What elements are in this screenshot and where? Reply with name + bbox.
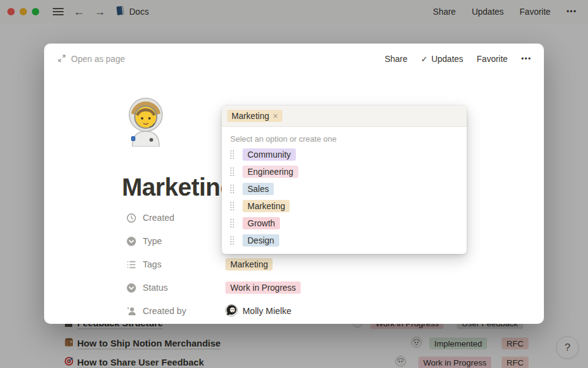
- tag-option-marketing[interactable]: Marketing: [222, 197, 467, 215]
- property-type[interactable]: Type: [126, 229, 186, 253]
- page-icon-woman-astronaut[interactable]: [126, 96, 165, 149]
- tag-picker-input[interactable]: Marketing ×: [222, 105, 467, 127]
- open-as-page-label: Open as page: [71, 54, 125, 64]
- status-value[interactable]: Work in Progress: [225, 276, 301, 299]
- drag-handle-icon[interactable]: [230, 185, 235, 194]
- tags-value[interactable]: Marketing: [225, 253, 301, 276]
- check-icon: ✓: [421, 55, 428, 64]
- property-label: Status: [143, 283, 168, 293]
- property-label: Created: [143, 213, 175, 223]
- drag-handle-icon[interactable]: [230, 150, 235, 159]
- selected-tag-chip[interactable]: Marketing ×: [227, 110, 282, 122]
- property-created[interactable]: Created: [126, 206, 186, 229]
- open-as-page-button[interactable]: Open as page: [58, 54, 125, 64]
- modal-updates-button[interactable]: ✓ Updates: [421, 54, 463, 64]
- selected-tag-label: Marketing: [232, 111, 269, 121]
- created-by-name: Molly Mielke: [243, 306, 292, 316]
- tag-picker-dropdown: Marketing × Select an option or create o…: [222, 105, 467, 254]
- modal-updates-label: Updates: [431, 54, 463, 64]
- property-status[interactable]: Status: [126, 276, 186, 299]
- tag-chip[interactable]: Growth: [243, 217, 280, 229]
- tag-option-design[interactable]: Design: [222, 232, 467, 249]
- select-circle-icon: [126, 283, 137, 293]
- select-circle-icon: [126, 236, 137, 247]
- expand-diagonal-icon: [58, 54, 66, 64]
- modal-favorite-button[interactable]: Favorite: [477, 54, 508, 64]
- tag-option-growth[interactable]: Growth: [222, 215, 467, 232]
- property-label: Created by: [143, 306, 186, 316]
- status-chip-work-in-progress[interactable]: Work in Progress: [225, 282, 301, 294]
- property-label: Tags: [143, 259, 162, 269]
- property-label: Type: [143, 236, 162, 246]
- person-icon: [126, 306, 137, 316]
- tag-chip[interactable]: Community: [243, 148, 296, 161]
- modal-header: Open as page Share ✓ Updates Favorite ••…: [44, 44, 544, 74]
- molly-avatar: [225, 304, 238, 318]
- tag-picker-hint: Select an option or create one: [230, 134, 458, 144]
- page-title[interactable]: Marketing: [122, 174, 235, 201]
- tag-chip[interactable]: Design: [243, 234, 279, 247]
- remove-tag-icon[interactable]: ×: [273, 112, 277, 120]
- tag-option-engineering[interactable]: Engineering: [222, 163, 467, 180]
- tag-option-community[interactable]: Community: [222, 146, 467, 163]
- page-preview-modal: Open as page Share ✓ Updates Favorite ••…: [44, 44, 544, 324]
- tag-option-sales[interactable]: Sales: [222, 180, 467, 197]
- drag-handle-icon[interactable]: [230, 167, 235, 177]
- property-labels: Created Type Tags Status Created by: [126, 206, 186, 323]
- property-tags[interactable]: Tags: [126, 253, 186, 276]
- tag-chip[interactable]: Engineering: [243, 166, 298, 178]
- modal-share-button[interactable]: Share: [385, 54, 407, 64]
- created-by-value[interactable]: Molly Mielke: [225, 299, 301, 323]
- drag-handle-icon[interactable]: [230, 219, 235, 228]
- bulleted-list-icon: [126, 259, 137, 270]
- tag-chip[interactable]: Marketing: [243, 200, 290, 212]
- tag-chip[interactable]: Sales: [243, 183, 274, 195]
- clock-icon: [126, 213, 137, 223]
- modal-more-button[interactable]: •••: [521, 55, 532, 63]
- drag-handle-icon[interactable]: [230, 236, 235, 245]
- tag-chip-marketing[interactable]: Marketing: [225, 258, 273, 270]
- property-created-by[interactable]: Created by: [126, 299, 186, 323]
- drag-handle-icon[interactable]: [230, 202, 235, 211]
